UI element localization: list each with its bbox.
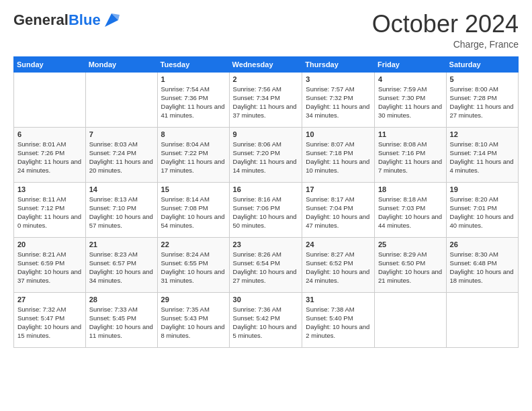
cell-day-number: 20 bbox=[17, 240, 82, 248]
cell-info: Sunrise: 8:23 AMSunset: 6:57 PMDaylight:… bbox=[89, 250, 154, 285]
cell-day-number: 3 bbox=[306, 75, 371, 83]
cell-info: Sunrise: 8:21 AMSunset: 6:59 PMDaylight:… bbox=[17, 250, 82, 285]
cell-info: Sunrise: 8:13 AMSunset: 7:10 PMDaylight:… bbox=[89, 195, 154, 230]
cell-day-number: 16 bbox=[233, 185, 299, 193]
table-row: 12Sunrise: 8:10 AMSunset: 7:14 PMDayligh… bbox=[446, 127, 518, 182]
cell-day-number: 24 bbox=[306, 240, 371, 248]
header-friday: Friday bbox=[374, 56, 446, 72]
cell-info: Sunrise: 8:06 AMSunset: 7:20 PMDaylight:… bbox=[233, 140, 299, 175]
cell-info: Sunrise: 7:35 AMSunset: 5:43 PMDaylight:… bbox=[161, 305, 226, 340]
table-row: 24Sunrise: 8:27 AMSunset: 6:52 PMDayligh… bbox=[302, 237, 375, 292]
cell-info: Sunrise: 7:54 AMSunset: 7:36 PMDaylight:… bbox=[161, 85, 226, 120]
cell-info: Sunrise: 8:04 AMSunset: 7:22 PMDaylight:… bbox=[161, 140, 226, 175]
cell-day-number: 12 bbox=[450, 130, 515, 138]
cell-info: Sunrise: 8:27 AMSunset: 6:52 PMDaylight:… bbox=[306, 250, 371, 285]
cell-info: Sunrise: 8:00 AMSunset: 7:28 PMDaylight:… bbox=[450, 85, 515, 120]
cell-info: Sunrise: 8:03 AMSunset: 7:24 PMDaylight:… bbox=[89, 140, 154, 175]
cell-day-number: 2 bbox=[233, 75, 299, 83]
calendar-week-5: 27Sunrise: 7:32 AMSunset: 5:47 PMDayligh… bbox=[14, 292, 519, 347]
table-row: 11Sunrise: 8:08 AMSunset: 7:16 PMDayligh… bbox=[374, 127, 446, 182]
cell-info: Sunrise: 8:14 AMSunset: 7:08 PMDaylight:… bbox=[161, 195, 226, 230]
table-row: 1Sunrise: 7:54 AMSunset: 7:36 PMDaylight… bbox=[157, 72, 229, 127]
cell-info: Sunrise: 8:30 AMSunset: 6:48 PMDaylight:… bbox=[450, 250, 515, 285]
cell-day-number: 18 bbox=[378, 185, 443, 193]
cell-day-number: 15 bbox=[161, 185, 226, 193]
cell-day-number: 23 bbox=[233, 240, 299, 248]
cell-day-number: 27 bbox=[17, 295, 82, 304]
header-thursday: Thursday bbox=[302, 56, 375, 72]
cell-day-number: 13 bbox=[17, 185, 82, 193]
logo-general: GeneralBlue bbox=[13, 13, 101, 28]
cell-day-number: 11 bbox=[378, 130, 443, 138]
table-row bbox=[85, 72, 157, 127]
table-row: 31Sunrise: 7:38 AMSunset: 5:40 PMDayligh… bbox=[302, 292, 375, 347]
cell-info: Sunrise: 8:01 AMSunset: 7:26 PMDaylight:… bbox=[17, 140, 82, 175]
calendar-week-4: 20Sunrise: 8:21 AMSunset: 6:59 PMDayligh… bbox=[14, 237, 519, 292]
cell-day-number: 6 bbox=[17, 130, 82, 138]
table-row: 23Sunrise: 8:26 AMSunset: 6:54 PMDayligh… bbox=[229, 237, 302, 292]
table-row: 20Sunrise: 8:21 AMSunset: 6:59 PMDayligh… bbox=[14, 237, 86, 292]
cell-day-number: 10 bbox=[306, 130, 371, 138]
cell-day-number: 19 bbox=[450, 185, 515, 193]
cell-info: Sunrise: 8:24 AMSunset: 6:55 PMDaylight:… bbox=[161, 250, 226, 285]
cell-day-number: 7 bbox=[89, 130, 154, 138]
cell-info: Sunrise: 8:20 AMSunset: 7:01 PMDaylight:… bbox=[450, 195, 515, 230]
table-row: 30Sunrise: 7:36 AMSunset: 5:42 PMDayligh… bbox=[229, 292, 302, 347]
table-row: 6Sunrise: 8:01 AMSunset: 7:26 PMDaylight… bbox=[14, 127, 86, 182]
cell-info: Sunrise: 7:33 AMSunset: 5:45 PMDaylight:… bbox=[89, 305, 154, 340]
table-row: 14Sunrise: 8:13 AMSunset: 7:10 PMDayligh… bbox=[85, 182, 157, 237]
header-monday: Monday bbox=[85, 56, 157, 72]
cell-info: Sunrise: 8:18 AMSunset: 7:03 PMDaylight:… bbox=[378, 195, 443, 230]
cell-info: Sunrise: 7:59 AMSunset: 7:30 PMDaylight:… bbox=[378, 85, 443, 120]
table-row: 22Sunrise: 8:24 AMSunset: 6:55 PMDayligh… bbox=[157, 237, 229, 292]
cell-info: Sunrise: 7:56 AMSunset: 7:34 PMDaylight:… bbox=[233, 85, 299, 120]
table-row: 2Sunrise: 7:56 AMSunset: 7:34 PMDaylight… bbox=[229, 72, 302, 127]
table-row: 15Sunrise: 8:14 AMSunset: 7:08 PMDayligh… bbox=[157, 182, 229, 237]
month-title: October 2024 bbox=[372, 11, 519, 38]
table-row: 19Sunrise: 8:20 AMSunset: 7:01 PMDayligh… bbox=[446, 182, 518, 237]
table-row: 29Sunrise: 7:35 AMSunset: 5:43 PMDayligh… bbox=[157, 292, 229, 347]
cell-info: Sunrise: 8:11 AMSunset: 7:12 PMDaylight:… bbox=[17, 195, 82, 230]
cell-day-number: 31 bbox=[306, 295, 371, 304]
page: GeneralBlue October 2024 Charge, France … bbox=[0, 0, 532, 411]
logo-icon bbox=[102, 11, 121, 30]
header-sunday: Sunday bbox=[14, 56, 86, 72]
cell-day-number: 25 bbox=[378, 240, 443, 248]
cell-day-number: 1 bbox=[161, 75, 226, 83]
table-row: 21Sunrise: 8:23 AMSunset: 6:57 PMDayligh… bbox=[85, 237, 157, 292]
cell-info: Sunrise: 8:26 AMSunset: 6:54 PMDaylight:… bbox=[233, 250, 299, 285]
cell-info: Sunrise: 7:32 AMSunset: 5:47 PMDaylight:… bbox=[17, 305, 82, 340]
table-row: 28Sunrise: 7:33 AMSunset: 5:45 PMDayligh… bbox=[85, 292, 157, 347]
cell-day-number: 26 bbox=[450, 240, 515, 248]
cell-day-number: 28 bbox=[89, 295, 154, 304]
cell-info: Sunrise: 7:57 AMSunset: 7:32 PMDaylight:… bbox=[306, 85, 371, 120]
title-block: October 2024 Charge, France bbox=[372, 11, 519, 50]
cell-info: Sunrise: 8:29 AMSunset: 6:50 PMDaylight:… bbox=[378, 250, 443, 285]
table-row bbox=[374, 292, 446, 347]
header-saturday: Saturday bbox=[446, 56, 518, 72]
table-row: 18Sunrise: 8:18 AMSunset: 7:03 PMDayligh… bbox=[374, 182, 446, 237]
cell-day-number: 8 bbox=[161, 130, 226, 138]
location: Charge, France bbox=[372, 39, 519, 50]
calendar-table: Sunday Monday Tuesday Wednesday Thursday… bbox=[13, 56, 519, 348]
table-row: 16Sunrise: 8:16 AMSunset: 7:06 PMDayligh… bbox=[229, 182, 302, 237]
cell-info: Sunrise: 7:38 AMSunset: 5:40 PMDaylight:… bbox=[306, 305, 371, 340]
cell-day-number: 4 bbox=[378, 75, 443, 83]
table-row: 7Sunrise: 8:03 AMSunset: 7:24 PMDaylight… bbox=[85, 127, 157, 182]
calendar-week-2: 6Sunrise: 8:01 AMSunset: 7:26 PMDaylight… bbox=[14, 127, 519, 182]
table-row: 3Sunrise: 7:57 AMSunset: 7:32 PMDaylight… bbox=[302, 72, 375, 127]
table-row: 9Sunrise: 8:06 AMSunset: 7:20 PMDaylight… bbox=[229, 127, 302, 182]
cell-day-number: 14 bbox=[89, 185, 154, 193]
cell-info: Sunrise: 8:17 AMSunset: 7:04 PMDaylight:… bbox=[306, 195, 371, 230]
cell-day-number: 29 bbox=[161, 295, 226, 304]
table-row: 25Sunrise: 8:29 AMSunset: 6:50 PMDayligh… bbox=[374, 237, 446, 292]
table-row: 26Sunrise: 8:30 AMSunset: 6:48 PMDayligh… bbox=[446, 237, 518, 292]
logo: GeneralBlue bbox=[13, 11, 121, 30]
calendar-week-1: 1Sunrise: 7:54 AMSunset: 7:36 PMDaylight… bbox=[14, 72, 519, 127]
cell-day-number: 21 bbox=[89, 240, 154, 248]
table-row: 8Sunrise: 8:04 AMSunset: 7:22 PMDaylight… bbox=[157, 127, 229, 182]
table-row: 27Sunrise: 7:32 AMSunset: 5:47 PMDayligh… bbox=[14, 292, 86, 347]
cell-info: Sunrise: 8:16 AMSunset: 7:06 PMDaylight:… bbox=[233, 195, 299, 230]
cell-day-number: 9 bbox=[233, 130, 299, 138]
table-row: 17Sunrise: 8:17 AMSunset: 7:04 PMDayligh… bbox=[302, 182, 375, 237]
